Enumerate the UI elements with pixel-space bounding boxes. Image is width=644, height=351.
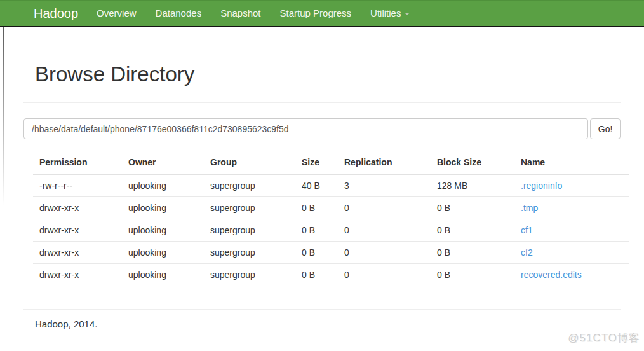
cell-replication: 0 <box>338 242 431 264</box>
nav-item: Overview <box>87 1 146 26</box>
cell-group: supergroup <box>204 264 295 286</box>
cell-size: 0 B <box>295 242 338 264</box>
footer-text: Hadoop, 2014. <box>35 319 621 329</box>
column-header-owner: Owner <box>122 149 204 174</box>
cell-name: .regioninfo <box>514 174 629 197</box>
nav-item-datanodes[interactable]: Datanodes <box>146 1 211 26</box>
cell-owner: uplooking <box>122 219 204 242</box>
navbar-menu: Overview Datanodes Snapshot Startup Prog… <box>87 1 419 26</box>
cell-owner: uplooking <box>122 242 204 264</box>
cell-size: 0 B <box>295 219 338 242</box>
main-content: Browse Directory Go! Permission Owner Gr… <box>23 62 621 329</box>
cell-owner: uplooking <box>122 197 204 219</box>
cell-group: supergroup <box>204 197 295 219</box>
nav-item-overview[interactable]: Overview <box>87 1 146 26</box>
cell-permission: drwxr-xr-x <box>33 197 122 219</box>
path-form: Go! <box>23 118 621 139</box>
cell-replication: 0 <box>338 197 431 219</box>
file-link[interactable]: cf2 <box>521 247 533 258</box>
file-link[interactable]: .regioninfo <box>521 181 562 191</box>
cell-group: supergroup <box>204 174 295 197</box>
cell-block-size: 128 MB <box>431 174 514 197</box>
title-divider <box>23 102 621 103</box>
hdfs-browser-screen: Hadoop Overview Datanodes Snapshot Start… <box>0 0 644 351</box>
file-link[interactable]: recovered.edits <box>521 270 582 280</box>
cell-group: supergroup <box>204 242 295 264</box>
cell-permission: drwxr-xr-x <box>33 219 122 242</box>
cell-block-size: 0 B <box>431 242 514 264</box>
table-row: drwxr-xr-x uplooking supergroup 0 B 0 0 … <box>33 219 629 242</box>
column-header-size: Size <box>295 149 338 174</box>
cell-owner: uplooking <box>122 174 204 197</box>
cell-size: 40 B <box>295 174 338 197</box>
cell-block-size: 0 B <box>431 219 514 242</box>
file-link[interactable]: .tmp <box>521 203 538 213</box>
cell-permission: drwxr-xr-x <box>33 242 122 264</box>
column-header-permission: Permission <box>33 149 122 174</box>
cell-group: supergroup <box>204 219 295 242</box>
watermark: @51CTO博客 <box>568 331 640 345</box>
nav-item: Startup Progress <box>271 1 361 26</box>
table-row: drwxr-xr-x uplooking supergroup 0 B 0 0 … <box>33 242 629 264</box>
column-header-name: Name <box>514 149 629 174</box>
cell-name: cf2 <box>514 242 629 264</box>
go-button[interactable]: Go! <box>590 118 621 139</box>
caret-down-icon <box>405 13 410 15</box>
cell-size: 0 B <box>295 264 338 286</box>
cell-replication: 0 <box>338 264 431 286</box>
directory-listing-table: Permission Owner Group Size Replication … <box>33 149 629 286</box>
cell-name: cf1 <box>514 219 629 242</box>
column-header-replication: Replication <box>338 149 431 174</box>
nav-item-snapshot[interactable]: Snapshot <box>211 1 270 26</box>
file-link[interactable]: cf1 <box>521 225 533 235</box>
cell-owner: uplooking <box>122 264 204 286</box>
nav-item: Datanodes <box>146 1 211 26</box>
cell-size: 0 B <box>295 197 338 219</box>
nav-item: Snapshot <box>211 1 270 26</box>
navbar-brand[interactable]: Hadoop <box>34 1 78 26</box>
table-row: drwxr-xr-x uplooking supergroup 0 B 0 0 … <box>33 197 629 219</box>
table-header-row: Permission Owner Group Size Replication … <box>33 149 629 174</box>
page-title: Browse Directory <box>35 62 621 86</box>
column-header-group: Group <box>204 149 295 174</box>
window-edge-artifact <box>3 27 4 205</box>
directory-path-input[interactable] <box>23 118 588 139</box>
table-row: drwxr-xr-x uplooking supergroup 0 B 0 0 … <box>33 264 629 286</box>
cell-block-size: 0 B <box>431 264 514 286</box>
top-navbar: Hadoop Overview Datanodes Snapshot Start… <box>0 0 644 27</box>
cell-permission: -rw-r--r-- <box>33 174 122 197</box>
cell-replication: 0 <box>338 219 431 242</box>
cell-name: recovered.edits <box>514 264 629 286</box>
table-row: -rw-r--r-- uplooking supergroup 40 B 3 1… <box>33 174 629 197</box>
nav-item-startup-progress[interactable]: Startup Progress <box>271 1 361 26</box>
nav-item: Utilities <box>361 1 419 26</box>
nav-item-label: Utilities <box>370 8 401 18</box>
cell-block-size: 0 B <box>431 197 514 219</box>
footer-divider <box>23 309 621 310</box>
cell-permission: drwxr-xr-x <box>33 264 122 286</box>
cell-replication: 3 <box>338 174 431 197</box>
nav-item-utilities-dropdown[interactable]: Utilities <box>361 1 419 26</box>
cell-name: .tmp <box>514 197 629 219</box>
column-header-block-size: Block Size <box>431 149 514 174</box>
